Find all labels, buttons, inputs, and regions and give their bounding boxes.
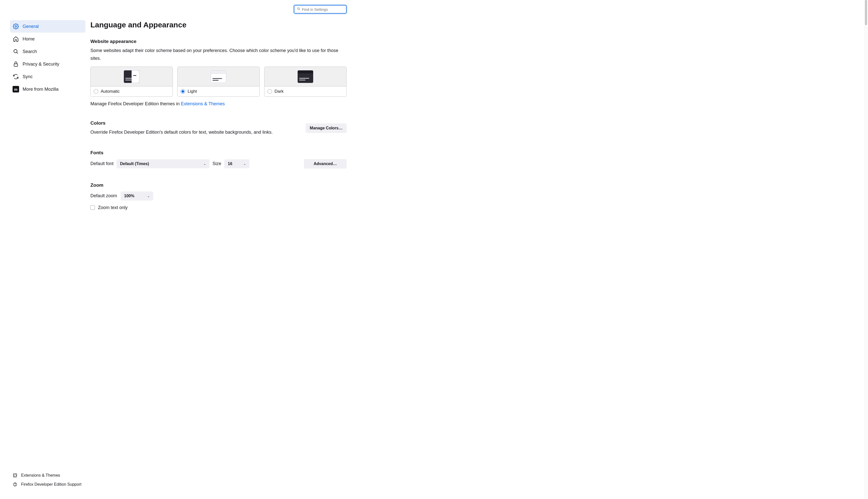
settings-search[interactable]	[294, 5, 347, 14]
radio-icon	[181, 89, 185, 94]
main-content: Language and Appearance Website appearan…	[85, 0, 362, 499]
sidebar-item-label: Search	[23, 49, 37, 54]
theme-preview-dark	[264, 67, 346, 86]
sidebar-item-general[interactable]: General	[10, 20, 85, 33]
home-icon	[13, 36, 19, 42]
chevron-down-icon: ⌄	[203, 162, 206, 166]
default-font-label: Default font	[90, 161, 113, 166]
extensions-themes-link[interactable]: Extensions & Themes	[181, 101, 225, 106]
colors-desc: Override Firefox Developer Edition's def…	[90, 129, 301, 136]
svg-line-7	[299, 9, 300, 10]
sidebar-item-label: Sync	[23, 74, 33, 80]
sidebar-item-home[interactable]: Home	[10, 33, 85, 45]
footer-item-label: Firefox Developer Edition Support	[21, 482, 82, 487]
sidebar-item-label: General	[23, 24, 39, 29]
search-icon	[297, 7, 300, 12]
theme-preview-light	[177, 67, 259, 86]
sidebar-item-search[interactable]: Search	[10, 45, 85, 58]
default-font-select[interactable]: Default (Times) ⌄	[116, 159, 210, 168]
search-icon	[13, 48, 19, 55]
scrollbar-thumb[interactable]	[865, 0, 867, 25]
theme-option-automatic[interactable]: Automatic	[90, 66, 173, 97]
chevron-down-icon: ⌄	[147, 194, 150, 198]
chevron-down-icon: ⌄	[243, 162, 246, 166]
puzzle-icon	[13, 473, 17, 478]
scrollbar[interactable]	[864, 0, 868, 499]
fonts-heading: Fonts	[90, 150, 347, 156]
sidebar-item-privacy[interactable]: Privacy & Security	[10, 58, 85, 70]
theme-preview-automatic	[91, 67, 173, 86]
theme-label: Light	[188, 89, 197, 94]
sidebar-item-sync[interactable]: Sync	[10, 70, 85, 83]
zoom-heading: Zoom	[90, 182, 347, 188]
theme-label: Dark	[274, 89, 284, 94]
mozilla-icon: m	[13, 86, 19, 93]
font-size-select[interactable]: 16 ⌄	[224, 159, 249, 168]
radio-icon	[268, 89, 272, 94]
fonts-advanced-button[interactable]: Advanced…	[304, 159, 347, 169]
svg-point-1	[14, 49, 17, 53]
default-zoom-select[interactable]: 100% ⌄	[121, 192, 153, 200]
manage-colors-button[interactable]: Manage Colors…	[306, 123, 347, 133]
theme-option-dark[interactable]: Dark	[264, 66, 347, 97]
svg-point-6	[298, 8, 299, 10]
footer-item-label: Extensions & Themes	[21, 473, 60, 478]
sync-icon	[13, 73, 19, 80]
size-label: Size	[212, 161, 221, 166]
zoom-text-only-label: Zoom text only	[98, 205, 127, 210]
checkbox-icon	[90, 205, 95, 210]
svg-rect-3	[14, 64, 17, 66]
sidebar-item-label: More from Mozilla	[23, 87, 59, 92]
sidebar-item-label: Privacy & Security	[23, 62, 59, 67]
appearance-heading: Website appearance	[90, 39, 347, 44]
page-title: Language and Appearance	[90, 21, 347, 29]
themes-link-text: Manage Firefox Developer Edition themes …	[90, 101, 347, 107]
search-input[interactable]	[302, 7, 350, 12]
appearance-desc: Some websites adapt their color scheme b…	[90, 47, 347, 62]
colors-heading: Colors	[90, 120, 301, 126]
sidebar: General Home Search Privacy & Security S…	[0, 0, 85, 499]
default-zoom-label: Default zoom	[90, 193, 117, 198]
footer-extensions-themes[interactable]: Extensions & Themes	[10, 471, 85, 480]
theme-option-light[interactable]: Light	[177, 66, 260, 97]
radio-icon	[94, 89, 98, 94]
help-icon	[13, 482, 17, 487]
zoom-text-only-checkbox[interactable]: Zoom text only	[90, 205, 347, 210]
sidebar-item-more-mozilla[interactable]: m More from Mozilla	[10, 83, 85, 96]
theme-label: Automatic	[101, 89, 120, 94]
gear-icon	[13, 23, 19, 30]
sidebar-item-label: Home	[23, 36, 35, 42]
svg-line-2	[17, 52, 18, 54]
svg-point-0	[15, 26, 16, 27]
lock-icon	[13, 61, 19, 67]
footer-support[interactable]: Firefox Developer Edition Support	[10, 480, 85, 489]
